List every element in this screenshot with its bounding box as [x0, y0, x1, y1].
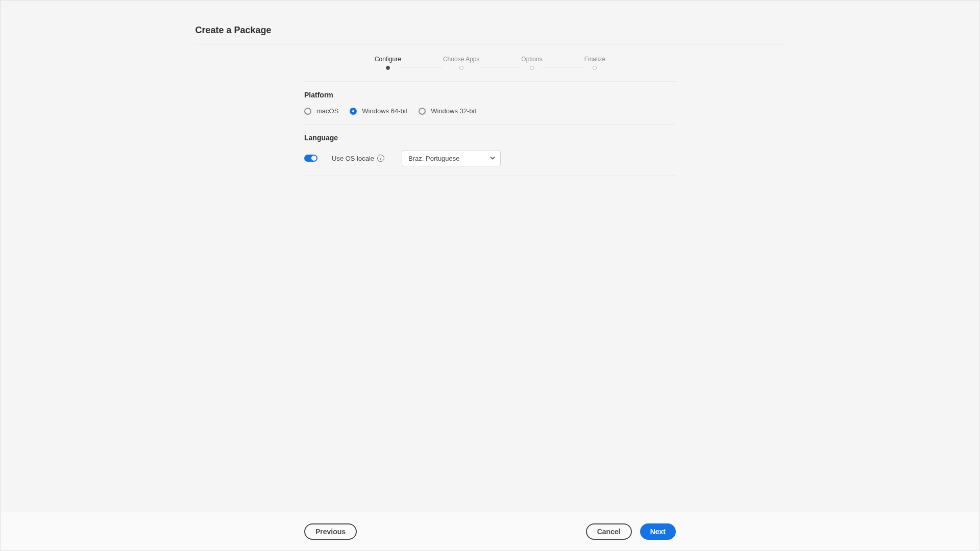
platform-title: Platform — [304, 91, 676, 99]
use-os-locale-label: Use OS locale — [332, 155, 374, 162]
step-connector-icon — [543, 67, 584, 67]
previous-button[interactable]: Previous — [304, 523, 357, 540]
step-options[interactable]: Options — [521, 56, 542, 70]
step-connector-icon — [479, 67, 521, 67]
step-connector-icon — [401, 67, 443, 67]
step-dot-icon — [386, 66, 390, 70]
step-label: Configure — [375, 56, 401, 63]
platform-radio-windows-64[interactable]: Windows 64-bit — [350, 107, 407, 115]
step-dot-icon — [593, 66, 597, 70]
language-dropdown[interactable]: Braz. Portuguese — [402, 150, 501, 166]
step-label: Choose Apps — [443, 56, 479, 63]
radio-label: Windows 64-bit — [362, 107, 407, 115]
page-title: Create a Package — [195, 25, 785, 44]
radio-label: Windows 32-bit — [431, 107, 476, 115]
step-label: Finalize — [584, 56, 605, 63]
language-section: Language Use OS locale i Braz. Portugues… — [304, 124, 676, 176]
chevron-down-icon — [490, 156, 495, 161]
step-finalize[interactable]: Finalize — [584, 56, 605, 70]
radio-icon — [304, 108, 311, 115]
platform-radio-macos[interactable]: macOS — [304, 107, 338, 115]
footer-bar: Previous Cancel Next — [1, 512, 979, 550]
platform-section: Platform macOS Windows 64-bit Windows 32… — [304, 81, 676, 124]
radio-label: macOS — [316, 107, 338, 115]
wizard-stepper: Configure Choose Apps Options Finalize — [195, 56, 785, 70]
platform-radio-windows-32[interactable]: Windows 32-bit — [419, 107, 476, 115]
step-dot-icon — [530, 66, 534, 70]
step-choose-apps[interactable]: Choose Apps — [443, 56, 479, 70]
language-title: Language — [304, 134, 676, 142]
info-icon[interactable]: i — [377, 155, 384, 162]
use-os-locale-toggle[interactable] — [304, 155, 317, 162]
toggle-knob-icon — [311, 156, 316, 161]
step-configure[interactable]: Configure — [375, 56, 401, 70]
radio-icon — [350, 108, 357, 115]
step-label: Options — [521, 56, 542, 63]
cancel-button[interactable]: Cancel — [586, 523, 632, 540]
dropdown-value: Braz. Portuguese — [408, 155, 459, 162]
next-button[interactable]: Next — [640, 523, 676, 540]
radio-icon — [419, 108, 426, 115]
step-dot-icon — [459, 66, 463, 70]
